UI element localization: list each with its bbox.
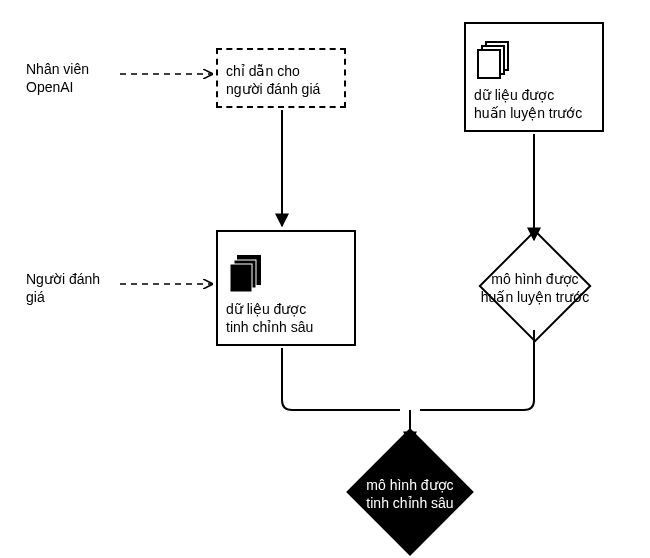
node-pretrain-model: mô hình được huấn luyện trước: [460, 226, 610, 346]
node-pretrain-model-text: mô hình được huấn luyện trước: [475, 270, 595, 306]
diagram-stage: Nhân viên OpenAI Người đánh giá chỉ dẫn …: [0, 0, 650, 558]
node-finetune-data-text: dữ liệu được tinh chỉnh sâu: [226, 300, 346, 336]
label-staff: Nhân viên OpenAI: [26, 60, 89, 96]
node-finetune-model-text: mô hình được tinh chỉnh sâu: [350, 476, 470, 512]
node-pretrain-data-text: dữ liệu được huấn luyện trước: [474, 86, 594, 122]
node-instructions: chỉ dẫn cho người đánh giá: [216, 48, 346, 108]
node-finetune-data: dữ liệu được tinh chỉnh sâu: [216, 230, 356, 346]
node-pretrain-data: dữ liệu được huấn luyện trước: [464, 22, 604, 132]
node-instructions-text: chỉ dẫn cho người đánh giá: [226, 62, 336, 98]
svg-rect-2: [478, 50, 500, 78]
documents-icon: [474, 40, 514, 80]
svg-rect-5: [230, 264, 252, 292]
label-evaluator: Người đánh giá: [26, 270, 100, 306]
documents-filled-icon: [226, 254, 266, 294]
node-finetune-model: mô hình được tinh chỉnh sâu: [330, 432, 490, 552]
